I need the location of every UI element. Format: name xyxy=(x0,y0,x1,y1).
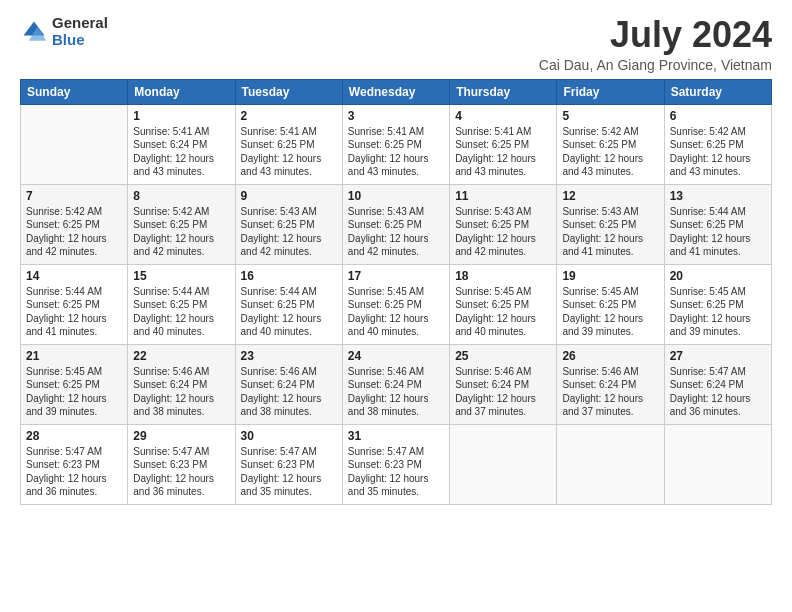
day-number: 13 xyxy=(670,189,766,203)
day-number: 1 xyxy=(133,109,229,123)
day-number: 8 xyxy=(133,189,229,203)
calendar-cell-w1-d7: 6Sunrise: 5:42 AM Sunset: 6:25 PM Daylig… xyxy=(664,104,771,184)
calendar-cell-w3-d3: 16Sunrise: 5:44 AM Sunset: 6:25 PM Dayli… xyxy=(235,264,342,344)
col-sunday: Sunday xyxy=(21,79,128,104)
day-number: 3 xyxy=(348,109,444,123)
day-info: Sunrise: 5:46 AM Sunset: 6:24 PM Dayligh… xyxy=(133,365,229,419)
calendar-cell-w3-d4: 17Sunrise: 5:45 AM Sunset: 6:25 PM Dayli… xyxy=(342,264,449,344)
day-number: 31 xyxy=(348,429,444,443)
calendar-week-3: 14Sunrise: 5:44 AM Sunset: 6:25 PM Dayli… xyxy=(21,264,772,344)
day-number: 2 xyxy=(241,109,337,123)
calendar-cell-w4-d4: 24Sunrise: 5:46 AM Sunset: 6:24 PM Dayli… xyxy=(342,344,449,424)
logo-general-text: General xyxy=(52,15,108,32)
day-number: 18 xyxy=(455,269,551,283)
day-info: Sunrise: 5:43 AM Sunset: 6:25 PM Dayligh… xyxy=(348,205,444,259)
day-number: 14 xyxy=(26,269,122,283)
day-number: 27 xyxy=(670,349,766,363)
calendar-cell-w4-d6: 26Sunrise: 5:46 AM Sunset: 6:24 PM Dayli… xyxy=(557,344,664,424)
day-info: Sunrise: 5:47 AM Sunset: 6:24 PM Dayligh… xyxy=(670,365,766,419)
day-info: Sunrise: 5:45 AM Sunset: 6:25 PM Dayligh… xyxy=(562,285,658,339)
calendar-week-1: 1Sunrise: 5:41 AM Sunset: 6:24 PM Daylig… xyxy=(21,104,772,184)
calendar-cell-w5-d4: 31Sunrise: 5:47 AM Sunset: 6:23 PM Dayli… xyxy=(342,424,449,504)
calendar-cell-w4-d7: 27Sunrise: 5:47 AM Sunset: 6:24 PM Dayli… xyxy=(664,344,771,424)
calendar-page: General Blue July 2024 Cai Dau, An Giang… xyxy=(0,0,792,612)
day-info: Sunrise: 5:42 AM Sunset: 6:25 PM Dayligh… xyxy=(26,205,122,259)
day-info: Sunrise: 5:44 AM Sunset: 6:25 PM Dayligh… xyxy=(26,285,122,339)
calendar-cell-w5-d5 xyxy=(450,424,557,504)
calendar-week-5: 28Sunrise: 5:47 AM Sunset: 6:23 PM Dayli… xyxy=(21,424,772,504)
calendar-cell-w5-d7 xyxy=(664,424,771,504)
logo-blue-text: Blue xyxy=(52,32,108,49)
day-number: 6 xyxy=(670,109,766,123)
day-info: Sunrise: 5:47 AM Sunset: 6:23 PM Dayligh… xyxy=(26,445,122,499)
day-number: 26 xyxy=(562,349,658,363)
logo-icon xyxy=(20,18,48,46)
col-tuesday: Tuesday xyxy=(235,79,342,104)
calendar-cell-w1-d1 xyxy=(21,104,128,184)
calendar-cell-w5-d6 xyxy=(557,424,664,504)
day-info: Sunrise: 5:46 AM Sunset: 6:24 PM Dayligh… xyxy=(348,365,444,419)
calendar-header-row: Sunday Monday Tuesday Wednesday Thursday… xyxy=(21,79,772,104)
calendar-cell-w2-d7: 13Sunrise: 5:44 AM Sunset: 6:25 PM Dayli… xyxy=(664,184,771,264)
day-number: 24 xyxy=(348,349,444,363)
calendar-cell-w1-d6: 5Sunrise: 5:42 AM Sunset: 6:25 PM Daylig… xyxy=(557,104,664,184)
day-info: Sunrise: 5:41 AM Sunset: 6:25 PM Dayligh… xyxy=(348,125,444,179)
day-number: 28 xyxy=(26,429,122,443)
day-info: Sunrise: 5:43 AM Sunset: 6:25 PM Dayligh… xyxy=(455,205,551,259)
calendar-cell-w2-d4: 10Sunrise: 5:43 AM Sunset: 6:25 PM Dayli… xyxy=(342,184,449,264)
day-info: Sunrise: 5:44 AM Sunset: 6:25 PM Dayligh… xyxy=(133,285,229,339)
day-number: 4 xyxy=(455,109,551,123)
col-monday: Monday xyxy=(128,79,235,104)
day-info: Sunrise: 5:41 AM Sunset: 6:24 PM Dayligh… xyxy=(133,125,229,179)
calendar-cell-w5-d1: 28Sunrise: 5:47 AM Sunset: 6:23 PM Dayli… xyxy=(21,424,128,504)
calendar-cell-w2-d3: 9Sunrise: 5:43 AM Sunset: 6:25 PM Daylig… xyxy=(235,184,342,264)
title-block: July 2024 Cai Dau, An Giang Province, Vi… xyxy=(539,15,772,73)
calendar-cell-w2-d6: 12Sunrise: 5:43 AM Sunset: 6:25 PM Dayli… xyxy=(557,184,664,264)
day-info: Sunrise: 5:45 AM Sunset: 6:25 PM Dayligh… xyxy=(348,285,444,339)
logo: General Blue xyxy=(20,15,108,48)
day-number: 20 xyxy=(670,269,766,283)
day-info: Sunrise: 5:47 AM Sunset: 6:23 PM Dayligh… xyxy=(348,445,444,499)
day-number: 12 xyxy=(562,189,658,203)
day-info: Sunrise: 5:44 AM Sunset: 6:25 PM Dayligh… xyxy=(241,285,337,339)
calendar-cell-w3-d6: 19Sunrise: 5:45 AM Sunset: 6:25 PM Dayli… xyxy=(557,264,664,344)
calendar-week-4: 21Sunrise: 5:45 AM Sunset: 6:25 PM Dayli… xyxy=(21,344,772,424)
day-number: 11 xyxy=(455,189,551,203)
day-info: Sunrise: 5:45 AM Sunset: 6:25 PM Dayligh… xyxy=(455,285,551,339)
day-info: Sunrise: 5:46 AM Sunset: 6:24 PM Dayligh… xyxy=(455,365,551,419)
day-info: Sunrise: 5:45 AM Sunset: 6:25 PM Dayligh… xyxy=(670,285,766,339)
col-friday: Friday xyxy=(557,79,664,104)
day-number: 23 xyxy=(241,349,337,363)
day-info: Sunrise: 5:44 AM Sunset: 6:25 PM Dayligh… xyxy=(670,205,766,259)
day-info: Sunrise: 5:42 AM Sunset: 6:25 PM Dayligh… xyxy=(133,205,229,259)
day-info: Sunrise: 5:45 AM Sunset: 6:25 PM Dayligh… xyxy=(26,365,122,419)
calendar-cell-w2-d5: 11Sunrise: 5:43 AM Sunset: 6:25 PM Dayli… xyxy=(450,184,557,264)
calendar-week-2: 7Sunrise: 5:42 AM Sunset: 6:25 PM Daylig… xyxy=(21,184,772,264)
day-info: Sunrise: 5:47 AM Sunset: 6:23 PM Dayligh… xyxy=(133,445,229,499)
calendar-cell-w2-d1: 7Sunrise: 5:42 AM Sunset: 6:25 PM Daylig… xyxy=(21,184,128,264)
day-info: Sunrise: 5:47 AM Sunset: 6:23 PM Dayligh… xyxy=(241,445,337,499)
day-number: 25 xyxy=(455,349,551,363)
calendar-cell-w1-d4: 3Sunrise: 5:41 AM Sunset: 6:25 PM Daylig… xyxy=(342,104,449,184)
day-info: Sunrise: 5:41 AM Sunset: 6:25 PM Dayligh… xyxy=(241,125,337,179)
col-saturday: Saturday xyxy=(664,79,771,104)
calendar-cell-w1-d5: 4Sunrise: 5:41 AM Sunset: 6:25 PM Daylig… xyxy=(450,104,557,184)
calendar-cell-w4-d3: 23Sunrise: 5:46 AM Sunset: 6:24 PM Dayli… xyxy=(235,344,342,424)
col-thursday: Thursday xyxy=(450,79,557,104)
day-info: Sunrise: 5:43 AM Sunset: 6:25 PM Dayligh… xyxy=(562,205,658,259)
day-info: Sunrise: 5:46 AM Sunset: 6:24 PM Dayligh… xyxy=(241,365,337,419)
col-wednesday: Wednesday xyxy=(342,79,449,104)
calendar-cell-w4-d1: 21Sunrise: 5:45 AM Sunset: 6:25 PM Dayli… xyxy=(21,344,128,424)
calendar-cell-w3-d5: 18Sunrise: 5:45 AM Sunset: 6:25 PM Dayli… xyxy=(450,264,557,344)
day-number: 5 xyxy=(562,109,658,123)
calendar-cell-w5-d3: 30Sunrise: 5:47 AM Sunset: 6:23 PM Dayli… xyxy=(235,424,342,504)
subtitle: Cai Dau, An Giang Province, Vietnam xyxy=(539,57,772,73)
day-info: Sunrise: 5:41 AM Sunset: 6:25 PM Dayligh… xyxy=(455,125,551,179)
day-number: 22 xyxy=(133,349,229,363)
day-number: 17 xyxy=(348,269,444,283)
calendar-cell-w3-d1: 14Sunrise: 5:44 AM Sunset: 6:25 PM Dayli… xyxy=(21,264,128,344)
day-number: 9 xyxy=(241,189,337,203)
calendar-cell-w5-d2: 29Sunrise: 5:47 AM Sunset: 6:23 PM Dayli… xyxy=(128,424,235,504)
day-number: 7 xyxy=(26,189,122,203)
calendar-cell-w4-d5: 25Sunrise: 5:46 AM Sunset: 6:24 PM Dayli… xyxy=(450,344,557,424)
